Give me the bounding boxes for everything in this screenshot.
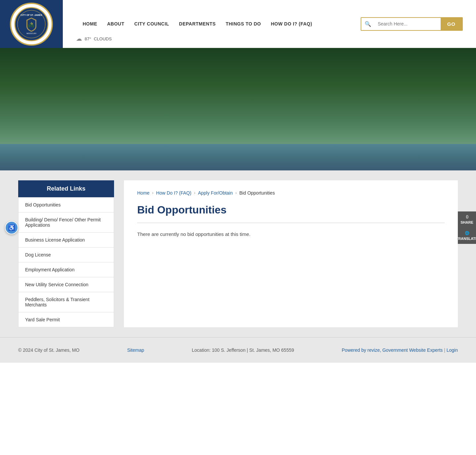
search-icon-wrap: 🔍 <box>361 18 375 30</box>
footer-copyright: © 2024 City of St. James, MO <box>18 347 79 353</box>
main-panel: Home›How Do I? (FAQ)›Apply For/Obtain›Bi… <box>124 180 458 327</box>
header: CITY OF ST. JAMES MISSOURI ★ HOMEABOUTCI… <box>0 0 476 48</box>
footer-location: Location: 100 S. Jefferson | St. James, … <box>192 347 294 353</box>
footer-divider: | <box>444 347 447 353</box>
weather-temp: 87° <box>85 36 91 41</box>
svg-text:MISSOURI: MISSOURI <box>26 32 36 34</box>
breadcrumb-link[interactable]: Apply For/Obtain <box>198 190 233 196</box>
sidebar-link[interactable]: Yard Sale Permit <box>19 312 114 327</box>
logo-seal-svg: CITY OF ST. JAMES MISSOURI ★ <box>13 6 50 42</box>
breadcrumb-separator: › <box>194 191 195 195</box>
weather-icon: ☁ <box>76 35 82 42</box>
breadcrumb-current: Bid Opportunities <box>239 190 275 196</box>
weather-bar: ☁ 87° CLOUDS <box>66 33 112 44</box>
sidebar-link[interactable]: Employment Application <box>19 262 114 277</box>
nav-link-how-do-i-faq[interactable]: HOW DO I? (FAQ) <box>271 21 312 26</box>
weather-condition: CLOUDS <box>94 36 112 41</box>
sidebar-links: Bid OpportunitiesBuilding/ Demo/ Fence/ … <box>18 197 114 327</box>
logo-area: CITY OF ST. JAMES MISSOURI ★ <box>0 0 63 48</box>
sidebar-link[interactable]: Business License Application <box>19 233 114 248</box>
nav-link-home[interactable]: HOME <box>83 21 97 26</box>
search-icon: 🔍 <box>365 21 371 27</box>
breadcrumb-separator: › <box>235 191 237 195</box>
sidebar: Related Links Bid OpportunitiesBuilding/… <box>18 180 114 327</box>
footer-powered-by-wrap: Powered by revize, Government Website Ex… <box>342 347 458 353</box>
share-icon: ⟨⟩ <box>466 215 468 219</box>
search-input[interactable] <box>375 19 441 29</box>
nav-link-about[interactable]: ABOUT <box>107 21 124 26</box>
share-button[interactable]: ⟨⟩ SHARE <box>458 211 476 228</box>
nav-link-things-to-do[interactable]: THINGS TO DO <box>226 21 261 26</box>
go-button[interactable]: GO <box>441 18 462 30</box>
footer-powered-by[interactable]: Powered by revize, Government Website Ex… <box>342 347 443 353</box>
svg-text:CITY OF ST. JAMES: CITY OF ST. JAMES <box>20 14 42 16</box>
hero-image <box>0 48 476 170</box>
divider <box>137 223 445 223</box>
breadcrumb-link[interactable]: How Do I? (FAQ) <box>156 190 191 196</box>
nav-area: HOMEABOUTCITY COUNCILDEPARTMENTSTHINGS T… <box>73 17 469 31</box>
sidebar-title: Related Links <box>18 180 114 197</box>
nav-links: HOMEABOUTCITY COUNCILDEPARTMENTSTHINGS T… <box>83 21 312 27</box>
nav-link-city-council[interactable]: CITY COUNCIL <box>134 21 169 26</box>
no-bids-message: There are currently no bid opportunities… <box>137 231 445 237</box>
sidebar-link[interactable]: Building/ Demo/ Fence/ Other Permit Appl… <box>19 212 114 233</box>
search-area: 🔍 GO <box>361 17 463 31</box>
nav-link-departments[interactable]: DEPARTMENTS <box>179 21 216 26</box>
footer-login[interactable]: Login <box>447 347 458 353</box>
sidebar-link[interactable]: Bid Opportunities <box>19 198 114 212</box>
page-title: Bid Opportunities <box>137 204 445 216</box>
sidebar-link[interactable]: New Utility Service Connection <box>19 277 114 292</box>
footer: © 2024 City of St. James, MO Sitemap Loc… <box>0 337 476 363</box>
logo: CITY OF ST. JAMES MISSOURI ★ <box>10 3 53 46</box>
breadcrumb-link[interactable]: Home <box>137 190 149 196</box>
breadcrumb-separator: › <box>152 191 153 195</box>
footer-sitemap[interactable]: Sitemap <box>127 347 144 353</box>
main-content: Related Links Bid OpportunitiesBuilding/… <box>0 170 476 337</box>
translate-label: TRANSLATE <box>456 237 476 241</box>
share-label: SHARE <box>460 220 473 224</box>
accessibility-button[interactable]: ♿ <box>5 221 18 234</box>
hero-water <box>0 144 476 170</box>
breadcrumb: Home›How Do I? (FAQ)›Apply For/Obtain›Bi… <box>137 190 445 196</box>
translate-icon: 🌐 <box>465 231 469 235</box>
translate-button[interactable]: 🌐 TRANSLATE <box>458 228 476 244</box>
side-actions: ⟨⟩ SHARE 🌐 TRANSLATE <box>458 211 476 244</box>
sidebar-link[interactable]: Dog License <box>19 248 114 262</box>
sidebar-link[interactable]: Peddlers, Solicitors & Transient Merchan… <box>19 292 114 312</box>
